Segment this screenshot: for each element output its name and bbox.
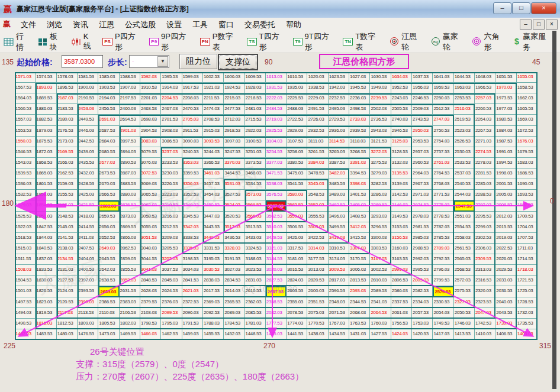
grid-cell[interactable]: 2096.03 — [182, 308, 203, 319]
grid-cell[interactable]: 2134.53 — [57, 254, 78, 265]
grid-cell[interactable]: 2971.03 — [412, 190, 433, 200]
grid-cell[interactable]: 2827.53 — [266, 276, 287, 286]
grid-cell[interactable]: 2460.03 — [120, 104, 140, 115]
grid-cell[interactable]: 2841.53 — [182, 276, 203, 286]
grid-cell[interactable]: 3317.53 — [287, 244, 307, 254]
grid-cell[interactable]: 2334.03 — [412, 297, 433, 308]
grid-cell[interactable]: 1427.53 — [370, 329, 391, 340]
grid-cell[interactable]: 2652.53 — [98, 233, 119, 244]
grid-cell[interactable]: 2061.03 — [391, 308, 412, 319]
grid-cell[interactable]: 2565.03 — [454, 254, 475, 265]
grid-cell[interactable]: 3286.03 — [370, 190, 391, 200]
step-select[interactable]: - ▼ — [129, 55, 169, 68]
grid-cell[interactable]: 1627.03 — [349, 72, 370, 83]
grid-cell[interactable]: 2351.53 — [307, 297, 328, 308]
grid-cell[interactable]: 2526.53 — [454, 137, 475, 147]
grid-cell[interactable]: 1651.53 — [495, 72, 516, 83]
grid-cell[interactable]: 2824.03 — [287, 276, 307, 286]
grid-cell[interactable]: 2589.53 — [370, 286, 391, 297]
grid-cell[interactable]: 2376.03 — [161, 297, 182, 308]
menu-item-7[interactable]: 窗口 — [213, 19, 239, 30]
grid-cell[interactable]: 3471.53 — [266, 169, 287, 179]
grid-cell[interactable]: 2593.03 — [349, 286, 370, 297]
grid-cell[interactable]: 2411.03 — [78, 233, 98, 244]
grid-cell[interactable]: 3363.03 — [182, 158, 203, 169]
grid-cell[interactable]: 1879.03 — [36, 126, 56, 137]
toolbar-item-P数字表[interactable]: PNP数字表 — [200, 31, 241, 53]
grid-cell-center[interactable]: 3587.03 — [266, 200, 287, 211]
grid-cell[interactable]: 3048.03 — [140, 244, 161, 254]
grid-cell[interactable]: 2337.53 — [391, 297, 412, 308]
grid-cell[interactable]: 3132.03 — [391, 158, 412, 169]
grid-cell[interactable]: 1938.53 — [307, 83, 328, 93]
grid-cell[interactable]: 2449.53 — [78, 115, 98, 125]
grid-cell[interactable]: 3538.03 — [266, 179, 287, 190]
grid-cell[interactable]: 2698.03 — [140, 115, 161, 125]
grid-cell[interactable]: 2831.03 — [245, 276, 266, 286]
grid-cell[interactable]: 2750.53 — [433, 126, 453, 137]
grid-cell[interactable]: 3293.03 — [370, 212, 391, 222]
grid-cell[interactable]: 1917.53 — [182, 83, 203, 93]
grid-cell[interactable]: 2313.03 — [475, 265, 495, 276]
grid-cell[interactable]: 3079.53 — [140, 147, 161, 158]
grid-cell[interactable]: 2138.03 — [57, 244, 78, 254]
grid-cell[interactable]: 2089.03 — [224, 308, 244, 319]
grid-cell[interactable]: 3114.53 — [329, 137, 349, 147]
grid-cell[interactable]: 2173.03 — [57, 137, 78, 147]
grid-cell[interactable]: 3097.03 — [224, 137, 244, 147]
grid-cell[interactable]: 1483.53 — [36, 329, 56, 340]
grid-cell[interactable]: 2327.03 — [454, 297, 475, 308]
grid-cell[interactable]: 2943.03 — [370, 126, 391, 137]
grid-cell[interactable]: 3349.03 — [182, 200, 203, 211]
grid-cell[interactable]: 3415.53 — [349, 233, 370, 244]
grid-cell[interactable]: 3436.53 — [224, 233, 244, 244]
grid-cell[interactable]: 3531.03 — [224, 179, 244, 190]
toolbar-item-行情[interactable]: 行情 — [4, 31, 31, 53]
grid-cell[interactable]: 3072.53 — [140, 169, 161, 179]
grid-cell[interactable]: 2292.03 — [475, 200, 495, 211]
grid-cell[interactable]: 2099.53 — [161, 308, 182, 319]
grid-cell[interactable]: 1826.53 — [36, 286, 56, 297]
grid-cell[interactable]: 1977.03 — [495, 104, 516, 115]
grid-cell[interactable]: 1490.53 — [15, 319, 36, 329]
grid-cell[interactable]: 2148.53 — [57, 212, 78, 222]
menu-item-2[interactable]: 资讯 — [67, 19, 94, 30]
menu-item-6[interactable]: 工具 — [187, 19, 213, 30]
grid-cell[interactable]: 2015.53 — [495, 222, 516, 233]
grid-cell[interactable]: 2992.03 — [412, 254, 433, 265]
grid-cell[interactable]: 1721.53 — [517, 276, 538, 286]
grid-cell[interactable]: 2670.03 — [98, 179, 119, 190]
grid-cell[interactable]: 2176.53 — [57, 126, 78, 137]
grid-cell[interactable]: 2603.53 — [287, 286, 307, 297]
grid-cell[interactable]: 1546.53 — [15, 147, 36, 158]
grid-cell[interactable]: 3212.53 — [161, 222, 182, 233]
grid-cell[interactable]: 2600.03 — [307, 286, 328, 297]
grid-cell[interactable]: 1865.03 — [36, 169, 56, 179]
grid-cell[interactable]: 2491.53 — [307, 104, 328, 115]
grid-cell[interactable]: 3216.03 — [161, 212, 182, 222]
grid-cell[interactable]: 1840.53 — [36, 244, 56, 254]
grid-cell[interactable]: 2929.03 — [287, 126, 307, 137]
grid-cell[interactable]: 2033.03 — [495, 276, 516, 286]
grid-cell[interactable]: 3324.53 — [245, 244, 266, 254]
grid-cell[interactable]: 2733.03 — [349, 115, 370, 125]
grid-cell[interactable]: 2005.03 — [495, 190, 516, 200]
grid-cell[interactable]: 1777.53 — [266, 319, 287, 329]
grid-cell[interactable]: 2852.03 — [120, 276, 140, 286]
grid-cell[interactable]: 3027.03 — [224, 265, 244, 276]
grid-cell[interactable]: 3429.53 — [266, 233, 287, 244]
grid-cell[interactable]: 1623.53 — [329, 72, 349, 83]
grid-cell[interactable]: 1431.03 — [349, 329, 370, 340]
grid-cell[interactable]: 1459.03 — [182, 329, 203, 340]
grid-cell[interactable]: 1707.53 — [517, 233, 538, 244]
resistance-button[interactable]: 阻力位 — [179, 54, 217, 69]
grid-cell[interactable]: 1819.53 — [36, 308, 56, 319]
grid-cell[interactable]: 3251.03 — [245, 147, 266, 158]
grid-cell[interactable]: 3419.03 — [329, 233, 349, 244]
grid-cell[interactable]: 2694.53 — [120, 115, 140, 125]
grid-cell[interactable]: 3569.53 — [245, 200, 266, 211]
grid-cell[interactable]: 2533.53 — [454, 158, 475, 169]
grid-cell[interactable]: 3198.53 — [182, 254, 203, 265]
grid-cell[interactable]: 2316.53 — [475, 276, 495, 286]
grid-cell[interactable]: 2271.03 — [475, 137, 495, 147]
